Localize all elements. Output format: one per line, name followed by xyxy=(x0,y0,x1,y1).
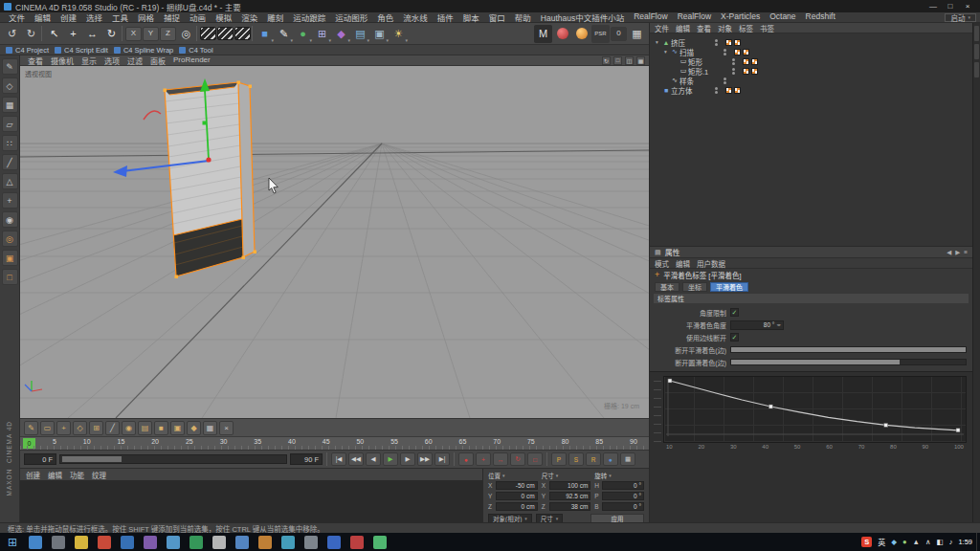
texture-tags[interactable] xyxy=(725,87,741,94)
visibility-dots[interactable] xyxy=(715,87,718,94)
tray-shield-icon[interactable]: ▲ xyxy=(913,538,920,546)
menubar-item[interactable]: 角色 xyxy=(372,11,398,23)
viewport-menu-item[interactable]: 选项 xyxy=(100,55,123,66)
viewport-menu-item[interactable]: 摄像机 xyxy=(47,55,78,66)
workplane-lock-button[interactable]: □ xyxy=(2,269,18,285)
menubar-item[interactable]: RealFlow xyxy=(673,11,716,23)
menubar-item[interactable]: Octane xyxy=(765,11,800,23)
attr-back-icon[interactable]: ◀ xyxy=(947,249,951,256)
add-camera-button[interactable]: ▣ ▾ xyxy=(370,25,389,43)
menubar-item[interactable]: Hauthaus中文插件小站 xyxy=(536,11,629,23)
menubar-item[interactable]: 渲染 xyxy=(236,11,262,23)
viewport-split-view-icon[interactable]: ◫ xyxy=(625,56,634,65)
polygons-mode-button[interactable]: △ xyxy=(2,173,18,189)
x-axis-lock-button[interactable]: X xyxy=(125,27,142,41)
autokey-grid-button[interactable]: ▦ xyxy=(620,452,635,466)
checkbox[interactable]: ✓ xyxy=(730,308,739,317)
start-frame-field[interactable]: 0 F xyxy=(24,453,56,465)
add-spline-button[interactable]: ✎ ▾ xyxy=(275,25,293,43)
materials-menu-item[interactable]: 功能 xyxy=(70,470,84,480)
add-environment-button[interactable]: ▤ ▾ xyxy=(351,25,369,43)
add-light-button[interactable]: ☀ ▾ xyxy=(390,25,408,43)
scale-button[interactable]: ↔ xyxy=(83,25,101,43)
frame-range-slider[interactable] xyxy=(59,454,287,464)
menubar-item[interactable]: 运动跟踪 xyxy=(288,11,330,23)
object-manager-menu-item[interactable]: 对象 xyxy=(718,23,732,33)
taskbar-clock[interactable]: 1:59 xyxy=(958,538,972,546)
plugin-tab-script-edit[interactable]: C4 Script Edit xyxy=(55,46,108,55)
texture-tags[interactable] xyxy=(734,49,749,55)
make-editable-button[interactable]: ✎ xyxy=(2,58,18,75)
size-field[interactable]: 38 cm xyxy=(549,502,591,511)
viewport-single-view-icon[interactable]: □ xyxy=(613,56,622,65)
timeline-playhead[interactable]: 0 xyxy=(23,438,35,449)
materials-menu-item[interactable]: 编辑 xyxy=(48,470,62,480)
attribute-tab[interactable]: 平滑着色 xyxy=(710,282,748,292)
goto-end-button[interactable]: ▶| xyxy=(434,452,450,466)
lock-scale-button[interactable]: S xyxy=(568,452,584,466)
object-row-cube[interactable]: ■ 立方体 xyxy=(650,85,972,95)
keyframe-position-button[interactable]: + xyxy=(476,452,491,466)
object-manager-menu-item[interactable]: 编辑 xyxy=(676,23,690,33)
lock-rotation-button[interactable]: R xyxy=(586,452,601,466)
next-frame-button[interactable]: ▶ xyxy=(400,452,415,466)
rotation-field[interactable]: 0 ° xyxy=(602,492,644,500)
sogou-icon[interactable]: S xyxy=(861,537,872,547)
menubar-item[interactable]: 工具 xyxy=(107,11,133,23)
menubar-item[interactable]: 选择 xyxy=(81,11,107,23)
dock-tab[interactable] xyxy=(974,44,979,59)
keyframe-scale-button[interactable]: ↔ xyxy=(493,452,508,466)
smooth-tool-icon[interactable]: ╱ xyxy=(105,421,120,435)
layout-dropdown[interactable]: 启动 ▾ xyxy=(945,13,976,22)
bevel-tool-icon[interactable]: ▤ xyxy=(138,421,152,435)
menubar-item[interactable]: RealFlow xyxy=(629,11,672,23)
menubar-item[interactable]: 雕刻 xyxy=(262,11,288,23)
taskbar-app-7[interactable] xyxy=(167,536,180,549)
menubar-item[interactable]: 帮助 xyxy=(510,11,536,23)
object-manager-menu-item[interactable]: 查看 xyxy=(697,23,711,33)
move-button[interactable]: + xyxy=(64,25,82,43)
toolbar-button[interactable] xyxy=(252,26,255,41)
tray-display-icon[interactable]: ◧ xyxy=(937,538,944,546)
goto-start-button[interactable]: |◀ xyxy=(331,452,346,466)
slider[interactable] xyxy=(730,359,967,365)
visibility-dots[interactable] xyxy=(732,58,735,65)
pen-tool-icon[interactable]: ✎ xyxy=(24,421,38,435)
size-field[interactable]: 100 cm xyxy=(549,481,591,490)
taskbar-app-12[interactable] xyxy=(281,536,295,549)
add-generator-button[interactable]: ● ▾ xyxy=(294,25,312,43)
snap-button[interactable]: ◎ xyxy=(2,231,18,247)
show-desktop-button[interactable] xyxy=(976,533,980,551)
viewport-3d[interactable]: 透视视图 栅格: 19 cm xyxy=(20,66,649,418)
object-row-rectangle[interactable]: ▭ 矩形 xyxy=(650,56,972,66)
timeline-ruler[interactable]: 51015202530354045505560657075808590 0 xyxy=(20,436,649,450)
plugin-tab-spline-wrap[interactable]: C4 Spline Wrap xyxy=(114,46,173,55)
attributes-menu-item[interactable]: 模式 xyxy=(655,258,669,269)
object-row-extrude[interactable]: ▾ ▲ 挤压 xyxy=(650,37,972,47)
viewport-menu-item[interactable]: 显示 xyxy=(78,55,100,66)
toggle-grid-button[interactable]: ▦ xyxy=(628,25,646,43)
object-manager-menu-item[interactable]: 书签 xyxy=(760,23,774,33)
brush-tool-icon[interactable]: ▭ xyxy=(40,421,55,435)
plane-tool-icon[interactable]: ▣ xyxy=(170,421,185,435)
attributes-menu-item[interactable]: 用户数据 xyxy=(697,258,725,269)
stamp-tool-icon[interactable]: + xyxy=(56,421,71,435)
model-box[interactable] xyxy=(164,81,257,279)
visibility-dots[interactable] xyxy=(732,68,735,75)
taskbar-app-2[interactable] xyxy=(52,536,65,549)
viewport-menu-item[interactable]: 查看 xyxy=(24,55,47,66)
fcurve-panel[interactable]: 102030405060708090100 xyxy=(650,371,972,522)
close-button[interactable]: × xyxy=(959,1,976,12)
texture-tags[interactable] xyxy=(743,58,758,65)
taskbar-app-13[interactable] xyxy=(304,536,318,549)
position-field[interactable]: -50 cm xyxy=(496,481,538,490)
taskbar-app-9[interactable] xyxy=(212,536,226,549)
menubar-item[interactable]: 脚本 xyxy=(458,11,484,23)
render-settings-button[interactable] xyxy=(234,27,251,40)
cube-tool-icon[interactable]: ■ xyxy=(154,421,168,435)
next-key-button[interactable]: ▶▶ xyxy=(417,452,433,466)
taskbar-app-14[interactable] xyxy=(327,536,341,549)
points-mode-button[interactable]: ∷ xyxy=(2,135,18,151)
delete-tool-icon[interactable]: × xyxy=(219,421,234,435)
psr-badge[interactable]: PSR xyxy=(591,25,610,43)
